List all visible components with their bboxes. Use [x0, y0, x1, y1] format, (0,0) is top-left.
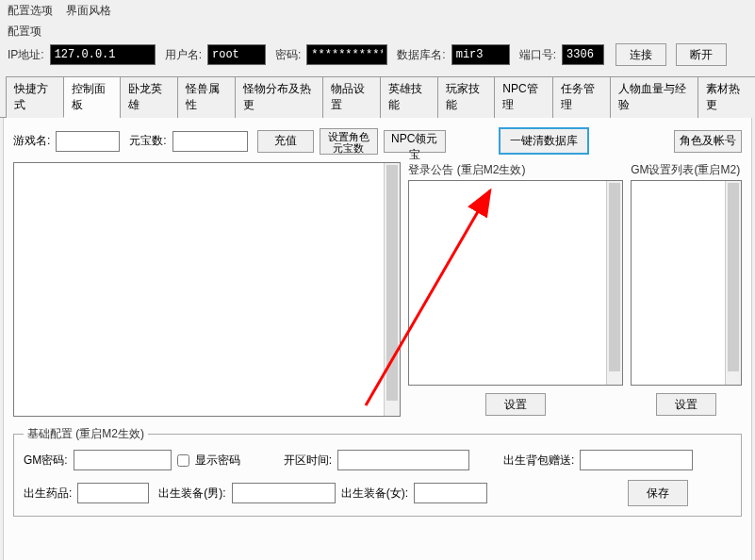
role-account-button[interactable]: 角色及帐号: [674, 130, 742, 153]
connection-row: IP地址: 用户名: 密码: 数据库名: 端口号: 连接 断开: [0, 40, 755, 75]
user-input[interactable]: [207, 44, 266, 65]
birth-eq-f-label: 出生装备(女):: [341, 486, 408, 502]
gm-list-column: GM设置列表(重启M2) 设置: [631, 162, 742, 417]
connect-button[interactable]: 连接: [615, 43, 666, 66]
birth-eq-m-label: 出生装备(男):: [158, 486, 225, 502]
yuanbao-input[interactable]: [172, 131, 248, 152]
user-label: 用户名:: [165, 47, 202, 63]
clear-db-button[interactable]: 一键清数据库: [499, 127, 589, 155]
disconnect-button[interactable]: 断开: [676, 43, 727, 66]
pwd-input[interactable]: [306, 44, 387, 65]
db-label: 数据库名:: [397, 47, 445, 63]
tab-npc-mgmt[interactable]: NPC管理: [494, 76, 553, 118]
birth-eq-f-input[interactable]: [414, 483, 487, 503]
login-notice-column: 登录公告 (重启M2生效) 设置: [408, 162, 623, 417]
birth-bag-input[interactable]: [580, 450, 693, 470]
gm-list-label: GM设置列表(重启M2): [631, 162, 742, 178]
birth-eq-m-input[interactable]: [232, 483, 336, 503]
left-column: [13, 162, 401, 417]
main-textarea[interactable]: [13, 162, 401, 417]
scroll-thumb[interactable]: [609, 183, 620, 371]
tab-hp-exp[interactable]: 人物血量与经验: [610, 76, 698, 118]
pwd-label: 密码:: [275, 47, 301, 63]
show-pwd-label: 显示密码: [195, 453, 240, 469]
tab-shortcut[interactable]: 快捷方式: [6, 76, 64, 118]
tab-content: 游戏名: 元宝数: 充值 设置角色元宝数 NPC领元宝 一键清数据库 角色及帐号…: [3, 118, 752, 560]
game-name-label: 游戏名:: [13, 133, 50, 149]
npc-yuanbao-button[interactable]: NPC领元宝: [384, 130, 446, 153]
ip-label: IP地址:: [8, 47, 44, 63]
login-notice-label: 登录公告 (重启M2生效): [408, 162, 623, 178]
gm-pwd-label: GM密码:: [24, 453, 68, 469]
tab-wolong-hero[interactable]: 卧龙英雄: [120, 76, 178, 118]
login-notice-set-button[interactable]: 设置: [485, 393, 546, 416]
tab-monster-dist[interactable]: 怪物分布及热更: [235, 76, 323, 118]
textarea-row: 登录公告 (重启M2生效) 设置 GM设置列表(重启M2) 设置: [13, 162, 742, 417]
menu-config[interactable]: 配置选项: [8, 3, 53, 19]
gm-list-textarea[interactable]: [631, 180, 742, 386]
tab-task-mgmt[interactable]: 任务管理: [552, 76, 611, 118]
tab-player-skill[interactable]: 玩家技能: [437, 76, 496, 118]
tab-asset-hot[interactable]: 素材热更: [698, 76, 755, 118]
recharge-button[interactable]: 充值: [257, 130, 314, 153]
open-time-label: 开区时间:: [284, 453, 332, 469]
yuanbao-label: 元宝数:: [129, 133, 166, 149]
menu-style[interactable]: 界面风格: [66, 3, 111, 19]
tab-monster-attr[interactable]: 怪兽属性: [177, 76, 236, 118]
port-label: 端口号:: [519, 47, 556, 63]
scroll-thumb[interactable]: [728, 183, 739, 371]
port-input[interactable]: [562, 44, 604, 65]
base-config-fieldset: 基础配置 (重启M2生效) GM密码: 显示密码 开区时间: 出生背包赠送: 出…: [13, 426, 742, 517]
game-name-input[interactable]: [56, 131, 120, 152]
tab-control-panel[interactable]: 控制面板: [63, 76, 122, 118]
birth-med-input[interactable]: [77, 483, 149, 503]
gm-pwd-input[interactable]: [74, 450, 172, 470]
show-pwd-checkbox[interactable]: [177, 454, 189, 467]
tab-item-settings[interactable]: 物品设置: [322, 76, 381, 118]
gm-list-set-button[interactable]: 设置: [656, 393, 716, 416]
action-row: 游戏名: 元宝数: 充值 设置角色元宝数 NPC领元宝 一键清数据库 角色及帐号: [13, 127, 742, 155]
db-input[interactable]: [451, 44, 510, 65]
ip-input[interactable]: [50, 44, 156, 65]
menu-bar: 配置选项 界面风格: [0, 0, 755, 22]
config-section-label: 配置项: [0, 22, 755, 40]
base-config-legend: 基础配置 (重启M2生效): [24, 426, 148, 442]
birth-bag-label: 出生背包赠送:: [503, 453, 574, 469]
open-time-input[interactable]: [337, 450, 469, 470]
save-button[interactable]: 保存: [628, 480, 688, 506]
tab-bar: 快捷方式 控制面板 卧龙英雄 怪兽属性 怪物分布及热更 物品设置 英雄技能 玩家…: [0, 75, 755, 118]
login-notice-textarea[interactable]: [408, 180, 623, 386]
birth-med-label: 出生药品:: [24, 486, 72, 502]
set-role-yuanbao-button[interactable]: 设置角色元宝数: [320, 128, 378, 155]
tab-hero-skill[interactable]: 英雄技能: [380, 76, 438, 118]
scroll-thumb[interactable]: [386, 165, 398, 401]
